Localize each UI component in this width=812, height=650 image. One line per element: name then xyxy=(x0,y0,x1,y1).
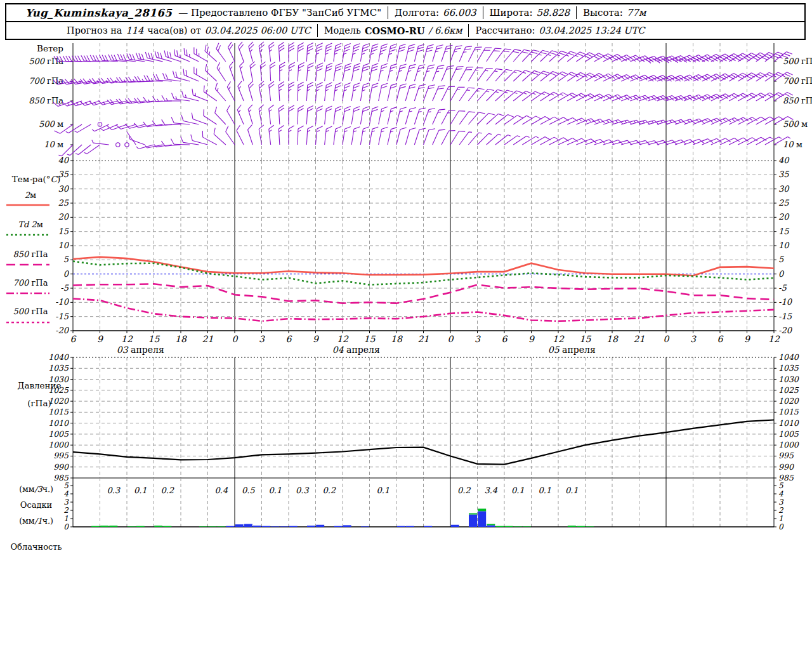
svg-text:-20: -20 xyxy=(778,326,793,335)
precip-bar xyxy=(469,514,477,515)
svg-text:500 м: 500 м xyxy=(39,119,63,129)
provider-text: — Предоставлено ФГБУ "ЗапСиб УГМС" xyxy=(178,7,381,18)
svg-text:1020: 1020 xyxy=(778,396,799,406)
svg-text:3: 3 xyxy=(475,334,481,344)
separator xyxy=(317,24,318,37)
svg-text:Td 2м: Td 2м xyxy=(18,220,43,229)
wind-panel: Ветер500 гПа500 гПа700 гПа700 гПа850 гПа… xyxy=(29,42,812,161)
svg-text:Ветер: Ветер xyxy=(37,43,63,53)
meteogram-chart: Ветер500 гПа500 гПа700 гПа700 гПа850 гПа… xyxy=(0,0,812,650)
precip-bar xyxy=(334,526,343,527)
svg-text:9: 9 xyxy=(313,334,319,344)
svg-text:1035: 1035 xyxy=(778,363,799,373)
svg-text:18: 18 xyxy=(175,334,187,344)
svg-text:3: 3 xyxy=(690,334,697,344)
svg-text:990: 990 xyxy=(778,462,794,472)
precip-bar xyxy=(91,526,100,527)
svg-text:(мм/1ч.): (мм/1ч.) xyxy=(19,516,53,526)
svg-text:0.1: 0.1 xyxy=(134,486,147,495)
svg-text:0.5: 0.5 xyxy=(242,486,255,495)
precip-bar xyxy=(100,526,108,527)
header-row-2: Прогноз на 114 часа(ов) от 03.04.2025 06… xyxy=(6,21,804,39)
precip-bar xyxy=(316,525,324,527)
temperature-legend: Тем-ра(°C)2мTd 2м850 гПа700 гПа500 гПа xyxy=(6,174,60,322)
svg-text:Тем-ра(°C): Тем-ра(°C) xyxy=(12,174,60,184)
precip-bar xyxy=(226,526,235,527)
svg-text:20: 20 xyxy=(778,212,790,222)
svg-text:10 м: 10 м xyxy=(783,140,802,149)
precip-bar xyxy=(280,526,289,527)
svg-text:3: 3 xyxy=(63,498,69,507)
svg-text:0.3: 0.3 xyxy=(107,486,121,495)
svg-text:15: 15 xyxy=(148,334,160,344)
svg-text:-10: -10 xyxy=(778,297,793,307)
svg-text:0.4: 0.4 xyxy=(214,486,228,495)
svg-text:0: 0 xyxy=(664,334,670,344)
svg-text:0.2: 0.2 xyxy=(322,486,336,495)
model-resolution: / 6.6км xyxy=(429,25,462,36)
svg-text:4: 4 xyxy=(63,489,69,498)
precip-bar xyxy=(253,526,261,527)
precip-bar xyxy=(424,526,432,527)
svg-text:1035: 1035 xyxy=(48,363,69,373)
altitude-label: Высота: xyxy=(583,7,623,18)
precip-bar xyxy=(128,526,136,527)
svg-text:0.2: 0.2 xyxy=(160,486,174,495)
svg-text:1040: 1040 xyxy=(778,352,799,362)
svg-text:18: 18 xyxy=(391,334,403,344)
svg-text:0: 0 xyxy=(778,269,785,279)
svg-text:40: 40 xyxy=(58,156,69,165)
cloud-panel: Облачность xyxy=(10,542,62,552)
svg-text:(гПа): (гПа) xyxy=(27,398,51,408)
precip-bar xyxy=(451,525,459,527)
calc-label: Рассчитано: xyxy=(475,25,535,36)
meteogram-page: Yug_Kuminskaya_28165 — Предоставлено ФГБ… xyxy=(0,0,812,650)
svg-text:700 гПа: 700 гПа xyxy=(783,76,812,86)
header-row-1: Yug_Kuminskaya_28165 — Предоставлено ФГБ… xyxy=(6,4,804,21)
svg-text:05 апреля: 05 апреля xyxy=(548,345,596,355)
svg-text:1005: 1005 xyxy=(48,429,69,439)
precip-bar xyxy=(397,526,405,527)
precip-bar xyxy=(577,526,585,527)
svg-text:1015: 1015 xyxy=(48,407,69,416)
svg-text:0: 0 xyxy=(778,522,784,531)
svg-text:15: 15 xyxy=(364,334,376,344)
svg-text:1010: 1010 xyxy=(48,418,69,428)
svg-text:1040: 1040 xyxy=(48,352,69,362)
svg-text:0: 0 xyxy=(232,334,239,344)
precip-bar xyxy=(469,515,477,527)
precip-bar xyxy=(523,526,531,527)
svg-text:25: 25 xyxy=(58,198,69,208)
precip-bar xyxy=(496,526,504,527)
calc-time: 03.04.2025 13:24 UTC xyxy=(539,25,645,36)
svg-text:9: 9 xyxy=(528,334,535,344)
precip-bar xyxy=(361,526,369,527)
precip-bar xyxy=(208,526,216,527)
svg-text:0.1: 0.1 xyxy=(268,486,282,495)
svg-text:3.4: 3.4 xyxy=(484,486,497,495)
svg-text:Облачность: Облачность xyxy=(10,542,62,552)
svg-text:850 гПа: 850 гПа xyxy=(13,249,48,259)
precip-bar xyxy=(289,526,298,527)
separator xyxy=(483,6,483,19)
station-name: Yug_Kuminskaya_28165 xyxy=(25,7,172,19)
model-name: COSMO-RU xyxy=(365,25,425,36)
svg-text:03 апреля: 03 апреля xyxy=(117,345,164,355)
latitude-label: Широта: xyxy=(490,7,533,18)
svg-text:21: 21 xyxy=(418,334,429,344)
svg-text:995: 995 xyxy=(778,451,794,460)
precip-bar xyxy=(244,524,252,527)
longitude-label: Долгота: xyxy=(395,7,439,18)
svg-text:700 гПа: 700 гПа xyxy=(13,278,48,288)
svg-text:-15: -15 xyxy=(778,312,792,321)
svg-text:0: 0 xyxy=(448,334,454,344)
svg-text:-5: -5 xyxy=(60,283,69,293)
svg-text:1: 1 xyxy=(778,514,783,523)
svg-text:Осадки: Осадки xyxy=(20,500,52,510)
header: Yug_Kuminskaya_28165 — Предоставлено ФГБ… xyxy=(5,3,806,40)
svg-text:10: 10 xyxy=(778,241,790,250)
svg-text:5: 5 xyxy=(63,255,69,264)
svg-text:25: 25 xyxy=(778,198,789,208)
svg-text:15: 15 xyxy=(778,227,789,236)
forecast-prefix: Прогноз на xyxy=(67,25,122,36)
